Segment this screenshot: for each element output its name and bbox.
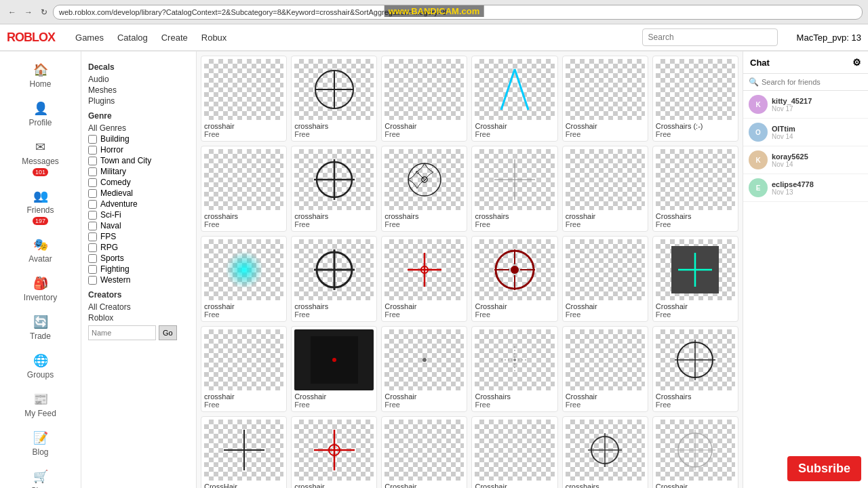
item-card[interactable]: CrosshairsFree [652,326,738,412]
item-card[interactable]: crosshairFree [201,56,287,142]
rpg-checkbox[interactable] [88,243,97,252]
item-card[interactable]: crosshairsFree [291,146,377,232]
filter-fighting[interactable]: Fighting [88,264,189,274]
nav-search-input[interactable] [642,28,778,46]
back-button[interactable]: ← [5,6,19,18]
item-card[interactable]: crosshairsFree [291,236,377,322]
sidebar-item-myfeed[interactable]: 📰 My Feed [0,386,81,424]
fighting-checkbox[interactable] [88,265,97,274]
sidebar-item-groups[interactable]: 🌐 Groups [0,348,81,385]
item-card[interactable]: CrosshairFree [652,416,738,488]
sidebar-item-avatar[interactable]: 🎭 Avatar [0,232,81,269]
item-card[interactable]: CrossHairFree [201,416,287,488]
chat-friend-item[interactable]: Eeclipse4778Nov 13 [743,174,868,202]
nav-games[interactable]: Games [75,33,104,43]
item-card[interactable]: CrosshairFree [471,56,557,142]
sidebar-item-friends[interactable]: 👥 Friends 197 [0,183,81,230]
nav-create[interactable]: Create [161,33,188,43]
filter-creators-label: Creators [88,290,189,300]
scifi-checkbox[interactable] [88,211,97,220]
building-checkbox[interactable] [88,135,97,144]
filter-adventure[interactable]: Adventure [88,199,189,209]
nav-robux[interactable]: Robux [201,33,227,43]
chat-friend-item[interactable]: OOITtimNov 14 [743,119,868,146]
chat-friend-item[interactable]: Kkitty_45217Nov 17 [743,91,868,119]
filter-all-genres[interactable]: All Genres [88,123,189,133]
item-card[interactable]: CrosshairsFree [652,146,738,232]
subscribe-button[interactable]: Subsribe [787,456,861,481]
comedy-checkbox[interactable] [88,178,97,187]
item-card[interactable]: CrosshairsFree [471,326,557,412]
filter-meshes-link[interactable]: Meshes [88,85,189,95]
item-card[interactable]: CrosshairFree [562,236,648,322]
navbar: ROBLOX Games Catalog Create Robux MacTep… [0,24,868,52]
item-card[interactable]: CrosshairFree [652,236,738,322]
horror-checkbox[interactable] [88,146,97,155]
item-name: crosshair [204,122,283,130]
filter-western[interactable]: Western [88,275,189,285]
sidebar-item-profile[interactable]: 👤 Profile [0,96,81,133]
chat-settings-icon[interactable]: ⚙ [852,57,861,68]
filter-building[interactable]: Building [88,134,189,144]
sidebar-label-myfeed: My Feed [24,409,56,418]
filter-comedy[interactable]: Comedy [88,178,189,187]
medieval-checkbox[interactable] [88,189,97,198]
item-card[interactable]: crosshairsFree [201,146,287,232]
item-card[interactable]: crosshairsFree [471,146,557,232]
western-checkbox[interactable] [88,276,97,285]
filter-medieval[interactable]: Medieval [88,188,189,198]
filter-towncity[interactable]: Town and City [88,156,189,165]
filter-naval[interactable]: Naval [88,221,189,230]
item-card[interactable]: CrosshairFree [291,326,377,412]
filter-rpg[interactable]: RPG [88,243,189,252]
sports-checkbox[interactable] [88,254,97,263]
refresh-button[interactable]: ↻ [38,6,50,18]
chat-friend-item[interactable]: Kkoray5625Nov 14 [743,146,868,174]
filter-plugins-link[interactable]: Plugins [88,96,189,106]
filter-sports[interactable]: Sports [88,253,189,263]
item-card[interactable]: CrosshairFree [381,236,467,322]
sidebar: 🏠 Home 👤 Profile ✉ Messages 101 👥 Friend… [0,52,81,488]
creators-name-input[interactable] [88,325,156,340]
filter-scifi[interactable]: Sci-Fi [88,210,189,220]
item-card[interactable]: CrosshairFree [471,236,557,322]
item-card[interactable]: CrosshairFree [471,416,557,488]
forward-button[interactable]: → [22,6,35,18]
item-name: Crosshair [656,302,735,310]
item-card[interactable]: CrosshairFree [562,326,648,412]
item-card[interactable]: CrosshairFree [381,416,467,488]
item-card[interactable]: crosshairFree [562,146,648,232]
naval-checkbox[interactable] [88,222,97,230]
filter-horror[interactable]: Horror [88,145,189,155]
sidebar-item-messages[interactable]: ✉ Messages 101 [0,134,81,182]
filter-roblox-link[interactable]: Roblox [88,313,189,323]
sidebar-item-shop[interactable]: 🛒 Shop [0,464,81,488]
filter-audio-link[interactable]: Audio [88,75,189,84]
military-checkbox[interactable] [88,167,97,176]
sidebar-item-home[interactable]: 🏠 Home [0,57,81,94]
adventure-checkbox[interactable] [88,200,97,209]
towncity-checkbox[interactable] [88,157,97,165]
item-card[interactable]: crosshairFree [291,416,377,488]
item-card[interactable]: crosshairsFree [291,56,377,142]
chat-search-input[interactable] [762,78,863,86]
roblox-logo[interactable]: ROBLOX [7,30,55,45]
sidebar-item-trade[interactable]: 🔄 Trade [0,309,81,346]
item-card[interactable]: Crosshairs (:-)Free [652,56,738,142]
fps-checkbox[interactable] [88,232,97,241]
item-card[interactable]: crosshairFree [201,236,287,322]
item-card[interactable]: crosshairFree [201,326,287,412]
sidebar-item-blog[interactable]: 📝 Blog [0,425,81,462]
sidebar-item-inventory[interactable]: 🎒 Inventory [0,270,81,308]
filter-fps[interactable]: FPS [88,232,189,241]
item-card[interactable]: crosshairsFree [381,146,467,232]
item-card[interactable]: crosshairsFree [562,416,648,488]
item-card[interactable]: CrosshairFree [381,56,467,142]
nav-catalog[interactable]: Catalog [117,33,148,43]
item-card[interactable]: CrosshairFree [562,56,648,142]
creators-go-button[interactable]: Go [159,325,177,340]
item-card[interactable]: CrosshairFree [381,326,467,412]
filter-military[interactable]: Military [88,167,189,176]
item-name: Crosshair [384,392,464,401]
filter-all-creators[interactable]: All Creators [88,302,189,312]
